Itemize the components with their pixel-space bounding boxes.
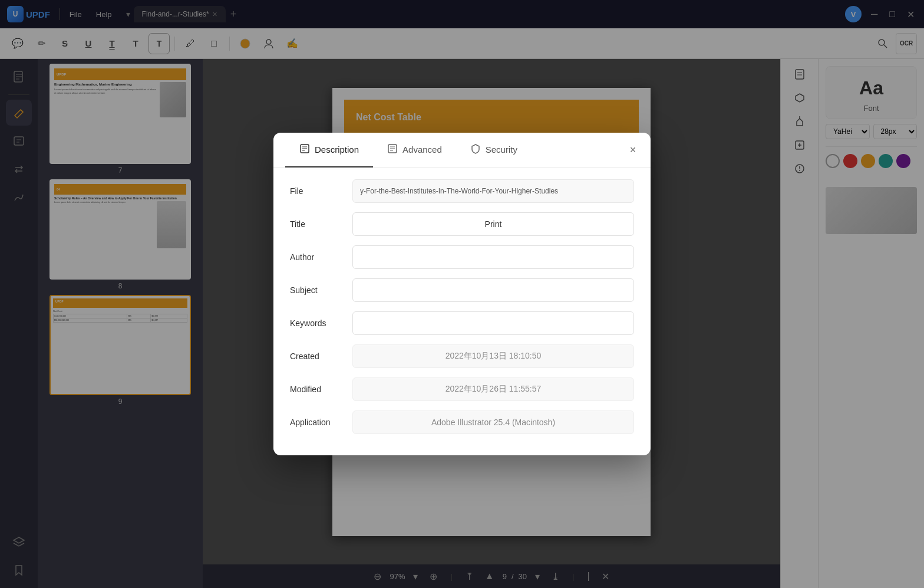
keywords-label: Keywords [290,318,343,328]
description-tab-label: Description [315,144,359,155]
description-tab-icon [299,143,310,156]
created-label: Created [290,352,343,361]
modified-label: Modified [290,385,343,394]
file-label: File [290,186,343,196]
keywords-row: Keywords [290,311,634,335]
author-row: Author [290,245,634,269]
keywords-input[interactable] [352,311,634,335]
app-window: U UPDF File Help ▾ Find-and-...r-Studies… [0,0,924,588]
dialog-close-btn[interactable]: × [625,142,641,158]
tab-description[interactable]: Description [285,133,373,167]
modified-row: Modified [290,377,634,401]
author-input[interactable] [352,245,634,269]
advanced-tab-label: Advanced [402,144,442,155]
created-input [352,344,634,368]
title-input[interactable] [352,212,634,236]
tab-advanced[interactable]: Advanced [373,133,456,167]
file-row: File [290,179,634,203]
dialog-body: File Title Author Subject [273,167,651,455]
application-label: Application [290,418,343,427]
advanced-tab-icon [387,143,398,156]
security-tab-label: Security [486,144,517,155]
title-row: Title [290,212,634,236]
created-row: Created [290,344,634,368]
properties-dialog: Description Advanced Security × [273,133,651,455]
subject-label: Subject [290,285,343,295]
modified-input [352,377,634,401]
subject-row: Subject [290,278,634,302]
dialog-tabs: Description Advanced Security × [273,133,651,167]
tab-security[interactable]: Security [456,133,532,167]
application-input [352,410,634,434]
file-input [352,179,634,203]
application-row: Application [290,410,634,434]
modal-overlay: Description Advanced Security × [0,0,924,588]
security-tab-icon [470,143,481,156]
title-label: Title [290,219,343,229]
subject-input[interactable] [352,278,634,302]
author-label: Author [290,252,343,262]
